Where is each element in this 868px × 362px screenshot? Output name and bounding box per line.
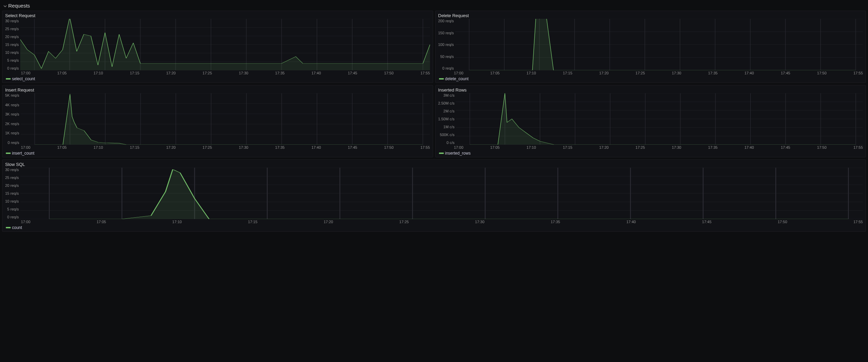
y-tick: 50 req/s	[440, 55, 454, 59]
x-tick: 17:55	[420, 145, 430, 149]
legend-label: delete_count	[445, 76, 469, 81]
x-tick: 17:35	[708, 71, 718, 75]
x-tick: 17:00	[21, 220, 31, 224]
legend[interactable]: inserted_rows	[438, 149, 863, 156]
legend-label: count	[12, 225, 22, 230]
chart-area: 30 req/s25 req/s20 req/s15 req/s10 req/s…	[5, 19, 430, 75]
y-tick: 150 req/s	[438, 31, 454, 35]
x-tick: 17:55	[853, 71, 863, 75]
panel-inserted-rows[interactable]: Inserted Rows 3M c/s2.50M c/s2M c/s1.50M…	[435, 85, 866, 157]
panel-title: Slow SQL	[5, 162, 863, 168]
plot-svg	[20, 168, 863, 219]
x-axis: 17:0017:0517:1017:1517:2017:2517:3017:35…	[438, 145, 863, 149]
y-axis: 200 req/s150 req/s100 req/s50 req/s0 req…	[438, 19, 455, 70]
x-tick: 17:20	[324, 220, 333, 224]
section-title: Requests	[8, 3, 30, 9]
legend-label: inserted_rows	[445, 151, 471, 156]
panel-slow-sql[interactable]: Slow SQL 30 req/s25 req/s20 req/s15 req/…	[2, 159, 866, 232]
y-axis: 3M c/s2.50M c/s2M c/s1.50M c/s1M c/s500K…	[438, 93, 456, 145]
plot-svg	[455, 19, 863, 70]
x-axis: 17:0017:0517:1017:1517:2017:2517:3017:35…	[5, 145, 430, 149]
panel-insert-request[interactable]: Insert Request 5K req/s4K req/s3K req/s2…	[2, 85, 433, 157]
x-tick: 17:00	[454, 71, 464, 75]
x-tick: 17:30	[239, 71, 248, 75]
section-header[interactable]: Requests	[1, 1, 867, 10]
y-tick: 1.50M c/s	[438, 117, 455, 121]
chart-area: 200 req/s150 req/s100 req/s50 req/s0 req…	[438, 19, 863, 75]
x-tick: 17:25	[399, 220, 409, 224]
x-tick: 17:55	[853, 145, 863, 149]
x-tick: 17:40	[311, 145, 321, 149]
x-tick: 17:15	[130, 145, 140, 149]
y-tick: 0 req/s	[7, 66, 19, 70]
x-tick: 17:05	[57, 71, 67, 75]
panel-delete-request[interactable]: Delete Request 200 req/s150 req/s100 req…	[435, 11, 866, 83]
chart-area: 30 req/s25 req/s20 req/s15 req/s10 req/s…	[5, 168, 863, 224]
y-tick: 25 req/s	[5, 176, 19, 180]
y-tick: 30 req/s	[5, 168, 19, 172]
x-tick: 17:40	[626, 220, 636, 224]
legend-label: select_count	[12, 76, 35, 81]
x-tick: 17:00	[21, 145, 31, 149]
x-tick: 17:35	[708, 145, 718, 149]
plot-svg	[20, 19, 430, 70]
x-tick: 17:05	[97, 220, 106, 224]
panel-title: Delete Request	[438, 13, 863, 19]
x-axis: 17:0017:0517:1017:1517:2017:2517:3017:35…	[438, 71, 863, 75]
x-tick: 17:00	[21, 71, 31, 75]
panel-title: Insert Request	[5, 87, 430, 93]
legend[interactable]: insert_count	[5, 149, 430, 156]
y-tick: 25 req/s	[5, 27, 19, 31]
y-tick: 2.50M c/s	[438, 101, 455, 105]
x-tick: 17:05	[490, 145, 500, 149]
legend-swatch	[439, 78, 444, 80]
legend[interactable]: delete_count	[438, 75, 863, 81]
y-tick: 10 req/s	[5, 50, 19, 55]
y-axis: 30 req/s25 req/s20 req/s15 req/s10 req/s…	[5, 168, 20, 219]
y-tick: 1K req/s	[5, 131, 19, 135]
x-tick: 17:50	[384, 145, 394, 149]
legend-swatch	[6, 153, 11, 154]
x-tick: 17:40	[745, 145, 754, 149]
x-tick: 17:35	[275, 145, 285, 149]
y-tick: 3K req/s	[5, 112, 19, 116]
y-tick: 10 req/s	[5, 199, 19, 203]
y-tick: 0 req/s	[8, 141, 19, 145]
x-tick: 17:05	[57, 145, 67, 149]
x-tick: 17:50	[778, 220, 787, 224]
y-tick: 20 req/s	[5, 35, 19, 39]
x-tick: 17:55	[420, 71, 430, 75]
y-tick: 3M c/s	[443, 93, 454, 97]
x-tick: 17:15	[563, 145, 572, 149]
x-tick: 17:45	[702, 220, 712, 224]
legend-swatch	[6, 227, 11, 228]
panel-title: Select Request	[5, 13, 430, 19]
x-tick: 17:05	[490, 71, 500, 75]
x-tick: 17:25	[635, 71, 645, 75]
y-tick: 0 c/s	[447, 141, 454, 145]
x-tick: 17:35	[551, 220, 560, 224]
chart-area: 5K req/s4K req/s3K req/s2K req/s1K req/s…	[5, 93, 430, 149]
x-tick: 17:25	[635, 145, 645, 149]
y-axis: 30 req/s25 req/s20 req/s15 req/s10 req/s…	[5, 19, 20, 70]
x-tick: 17:10	[94, 145, 103, 149]
x-tick: 17:20	[166, 145, 176, 149]
x-tick: 17:30	[475, 220, 485, 224]
panel-grid: Select Request 30 req/s25 req/s20 req/s1…	[1, 10, 867, 232]
x-tick: 17:45	[781, 71, 790, 75]
y-tick: 0 req/s	[7, 215, 19, 219]
x-tick: 17:10	[94, 71, 103, 75]
x-tick: 17:45	[348, 71, 357, 75]
x-tick: 17:50	[384, 71, 394, 75]
y-tick: 20 req/s	[5, 183, 19, 188]
y-tick: 5 req/s	[7, 58, 19, 62]
x-tick: 17:20	[599, 145, 609, 149]
x-tick: 17:15	[248, 220, 258, 224]
x-tick: 17:50	[817, 71, 827, 75]
legend[interactable]: select_count	[5, 75, 430, 81]
y-tick: 15 req/s	[5, 43, 19, 47]
panel-select-request[interactable]: Select Request 30 req/s25 req/s20 req/s1…	[2, 11, 433, 83]
legend[interactable]: count	[5, 224, 863, 230]
x-tick: 17:30	[672, 71, 681, 75]
y-tick: 5K req/s	[5, 93, 19, 97]
